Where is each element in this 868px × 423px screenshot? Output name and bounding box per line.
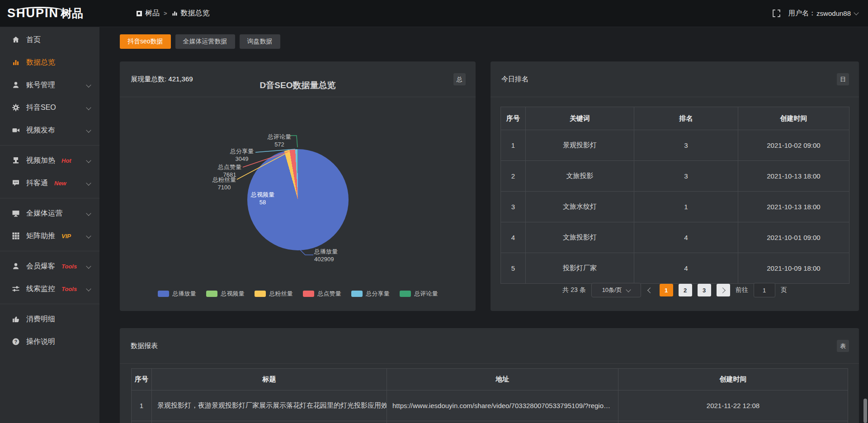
table-row: 1景观投影灯32021-10-02 09:00 (501, 130, 849, 161)
pie-label-name: 总粉丝量 (202, 176, 247, 183)
report-table: 序号 标题 地址 创建时间 1 景观投影灯，夜游景观投影灯厂家展示展示落花灯在花… (131, 368, 848, 423)
chevron-down-icon (86, 263, 91, 268)
thumbs-up-icon (12, 315, 20, 323)
col-header-no: 序号 (501, 107, 526, 130)
pie-label-videos: 总视频量 58 (240, 191, 285, 206)
pie-label-name: 总播放量 (314, 248, 368, 255)
scrollbar-thumb[interactable] (863, 399, 867, 423)
sidebar-item-video-publish[interactable]: 视频发布 (0, 119, 99, 141)
report-card-title: 数据报表 (131, 342, 158, 350)
legend-item-videos[interactable]: 总视频量 (206, 290, 245, 298)
pie-label-name: 总点赞量 (207, 163, 252, 171)
question-circle-icon: ? (12, 338, 20, 346)
video-camera-icon (12, 126, 20, 134)
legend-swatch (351, 291, 363, 297)
tools-badge: Tools (61, 286, 77, 292)
page-button-1[interactable]: 1 (660, 284, 673, 296)
legend-label: 总评论量 (415, 290, 438, 298)
sidebar-item-member-burst[interactable]: 会员爆客 Tools (0, 255, 99, 277)
sidebar-item-matrix-boost[interactable]: 矩阵助推 VIP (0, 225, 99, 247)
legend-item-shares[interactable]: 总分享量 (351, 290, 390, 298)
legend-item-comments[interactable]: 总评论量 (400, 290, 438, 298)
video-link[interactable]: https://www.iesdouyin.com/share/video/70… (387, 390, 618, 421)
pie-legend: 总播放量 总视频量 总粉丝量 总点赞量 总分享量 总评论量 (120, 290, 476, 298)
sidebar-item-label: 抖音SEO (26, 103, 56, 113)
header-right: 用户名：zswodun88 (773, 9, 858, 18)
pie-label-name: 总视频量 (240, 191, 285, 198)
total-count: 共 23 条 (562, 286, 585, 294)
username-prefix: 用户名： (788, 9, 816, 18)
sidebar-item-media-operation[interactable]: 全媒体运营 (0, 202, 99, 225)
pie-chart-title: D音SEO数据量总览 (120, 80, 476, 91)
legend-swatch (400, 291, 411, 297)
data-report-card: 数据报表 表 序号 标题 地址 创建时间 1 景观投影灯，夜游景观投影灯厂家展示… (120, 328, 859, 423)
page-size-select[interactable]: 10条/页 (591, 283, 641, 297)
sidebar-item-data-overview[interactable]: 数据总览 (0, 51, 99, 74)
logo-text-cn: 树品 (61, 7, 83, 19)
chevron-down-icon (86, 233, 91, 238)
logo-arc (14, 7, 65, 16)
tab-media-operation-data[interactable]: 全媒体运营数据 (175, 34, 235, 49)
pie-label-value: 402909 (314, 255, 368, 263)
fullscreen-icon[interactable] (773, 9, 780, 17)
next-page-button[interactable] (717, 284, 730, 296)
legend-item-plays[interactable]: 总播放量 (158, 290, 196, 298)
card-divider (120, 363, 859, 364)
goto-page-input[interactable] (754, 283, 775, 297)
col-header-title: 标题 (152, 369, 387, 390)
page-button-3[interactable]: 3 (698, 284, 711, 296)
sidebar-item-consumption[interactable]: 消费明细 (0, 308, 99, 330)
chevron-down-icon (854, 10, 859, 15)
tools-badge: Tools (61, 263, 77, 270)
col-header-keyword: 关键词 (526, 107, 634, 130)
col-header-no: 序号 (132, 369, 152, 390)
sidebar-item-douketong[interactable]: 抖客通 New (0, 172, 99, 194)
pie-label-name: 总评论量 (257, 133, 302, 141)
table-row: 2文旅投影32021-10-13 18:00 (501, 161, 849, 192)
sidebar-item-label: 全媒体运营 (26, 209, 62, 218)
table-header-row: 序号 关键词 排名 创建时间 (501, 107, 849, 130)
top-header: SHUPIN树品 树品 > 数据总览 用户名：zswodun88 (0, 0, 868, 27)
user-icon (12, 81, 20, 89)
legend-item-likes[interactable]: 总点赞量 (303, 290, 341, 298)
sidebar-item-label: 账号管理 (26, 80, 55, 90)
table-row: 4文旅投影灯42021-10-01 09:00 (501, 222, 849, 253)
prev-page-button[interactable] (647, 287, 653, 293)
sidebar-item-label: 数据总览 (26, 58, 55, 67)
breadcrumb-separator: > (164, 10, 167, 17)
sidebar-divider (0, 304, 99, 304)
sliders-icon (12, 285, 20, 293)
page-button-2[interactable]: 2 (679, 284, 692, 296)
sidebar-item-douyin-seo[interactable]: 抖音SEO (0, 96, 99, 119)
goto-label: 前往 (736, 286, 748, 294)
legend-swatch (158, 291, 169, 297)
col-header-url: 地址 (387, 369, 618, 390)
sidebar-item-label: 会员爆客 (26, 262, 55, 271)
sidebar-item-home[interactable]: 首页 (0, 28, 99, 51)
sidebar-divider (0, 198, 99, 198)
col-header-time: 创建时间 (738, 107, 849, 130)
sidebar-item-clue-monitor[interactable]: 线索监控 Tools (0, 277, 99, 300)
breadcrumb-current[interactable]: 数据总览 (171, 9, 210, 18)
app-logo: SHUPIN树品 (0, 6, 111, 21)
table-toggle-button[interactable]: 表 (837, 340, 849, 352)
sidebar-item-video-heat[interactable]: 视频加热 Hot (0, 149, 99, 172)
table-row: 1 景观投影灯，夜游景观投影灯厂家展示展示落花灯在花园里的灯光投影应用效果 # … (132, 390, 848, 421)
svg-text:?: ? (14, 339, 17, 344)
sidebar-item-instructions[interactable]: ? 操作说明 (0, 330, 99, 353)
breadcrumb-root-label: 树品 (145, 9, 160, 18)
sidebar-item-account[interactable]: 账号管理 (0, 74, 99, 96)
tab-inquiry-data[interactable]: 询盘数据 (240, 34, 280, 49)
legend-label: 总播放量 (173, 290, 196, 298)
legend-item-fans[interactable]: 总粉丝量 (255, 290, 293, 298)
breadcrumb-root[interactable]: 树品 (136, 9, 160, 18)
rank-table: 序号 关键词 排名 创建时间 1景观投影灯32021-10-02 09:00 2… (500, 107, 849, 284)
user-menu[interactable]: 用户名：zswodun88 (788, 9, 858, 18)
video-title: 景观投影灯，夜游景观投影灯厂家展示展示落花灯在花园里的灯光投影应用效果 # (152, 390, 387, 421)
tab-douyin-seo-data[interactable]: 抖音seo数据 (120, 34, 171, 49)
day-toggle-button[interactable]: 日 (837, 73, 849, 85)
rank-card-title: 今日排名 (501, 75, 528, 84)
table-row: 5投影灯厂家42021-10-09 18:00 (501, 253, 849, 284)
sidebar-item-label: 视频发布 (26, 126, 55, 135)
chevron-down-icon (86, 211, 91, 216)
